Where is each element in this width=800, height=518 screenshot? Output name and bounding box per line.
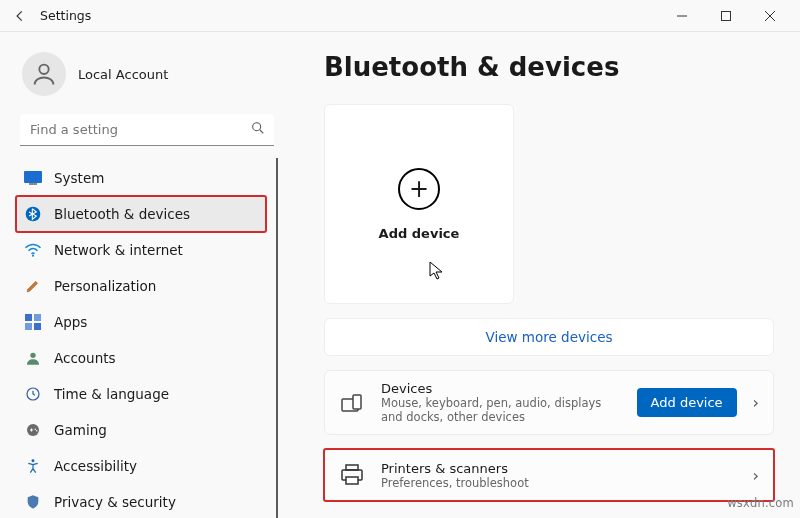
maximize-button[interactable] xyxy=(704,2,748,30)
sidebar-item-label: Time & language xyxy=(54,386,169,402)
printer-icon xyxy=(337,460,367,490)
tile-row: + Add device xyxy=(324,104,774,304)
devices-icon xyxy=(337,388,367,418)
accessibility-icon xyxy=(24,457,42,475)
svg-rect-10 xyxy=(34,314,41,321)
sidebar-item-apps[interactable]: Apps xyxy=(16,304,266,340)
profile-header[interactable]: Local Account xyxy=(16,46,278,114)
svg-point-2 xyxy=(39,65,48,74)
accounts-icon xyxy=(24,349,42,367)
sidebar-item-label: System xyxy=(54,170,104,186)
apps-icon xyxy=(24,313,42,331)
back-button[interactable] xyxy=(8,4,32,28)
person-icon xyxy=(30,60,58,88)
page-title: Bluetooth & devices xyxy=(324,52,774,82)
window-title: Settings xyxy=(40,8,91,23)
search-icon xyxy=(250,120,266,136)
svg-point-8 xyxy=(32,255,34,257)
profile-name: Local Account xyxy=(78,67,168,82)
sidebar-item-label: Personalization xyxy=(54,278,156,294)
sidebar-item-time[interactable]: Time & language xyxy=(16,376,266,412)
cursor-icon xyxy=(429,261,445,281)
search-input[interactable] xyxy=(20,114,274,146)
sidebar-item-label: Privacy & security xyxy=(54,494,176,510)
svg-rect-6 xyxy=(29,183,37,185)
shield-icon xyxy=(24,493,42,511)
maximize-icon xyxy=(721,11,731,21)
sidebar-item-label: Gaming xyxy=(54,422,107,438)
svg-rect-9 xyxy=(25,314,32,321)
svg-line-4 xyxy=(260,130,263,133)
sidebar-item-network[interactable]: Network & internet xyxy=(16,232,266,268)
sidebar-item-label: Accounts xyxy=(54,350,116,366)
svg-point-13 xyxy=(30,353,35,358)
minimize-icon xyxy=(677,11,687,21)
close-icon xyxy=(765,11,775,21)
card-subtitle: Preferences, troubleshoot xyxy=(381,476,737,490)
wifi-icon xyxy=(24,241,42,259)
arrow-left-icon xyxy=(13,9,27,23)
sidebar-item-label: Network & internet xyxy=(54,242,183,258)
main-content: Bluetooth & devices + Add device View mo… xyxy=(290,32,800,518)
svg-point-17 xyxy=(36,430,38,432)
sidebar-item-system[interactable]: System xyxy=(16,160,266,196)
paintbrush-icon xyxy=(24,277,42,295)
svg-point-3 xyxy=(253,123,261,131)
sidebar-item-label: Bluetooth & devices xyxy=(54,206,190,222)
sidebar-item-personalization[interactable]: Personalization xyxy=(16,268,266,304)
plus-icon: + xyxy=(398,168,440,210)
system-icon xyxy=(24,169,42,187)
sidebar-item-privacy[interactable]: Privacy & security xyxy=(16,484,266,518)
add-device-tile[interactable]: + Add device xyxy=(324,104,514,304)
add-device-button[interactable]: Add device xyxy=(637,388,737,417)
sidebar-item-accounts[interactable]: Accounts xyxy=(16,340,266,376)
search-container xyxy=(20,114,274,146)
svg-rect-11 xyxy=(25,323,32,330)
svg-rect-1 xyxy=(722,11,731,20)
add-device-caption: Add device xyxy=(379,226,460,241)
watermark-text: wsxdn.com xyxy=(727,496,794,510)
card-subtitle: Mouse, keyboard, pen, audio, displays an… xyxy=(381,396,623,424)
title-bar: Settings xyxy=(0,0,800,32)
avatar xyxy=(22,52,66,96)
svg-point-16 xyxy=(35,429,37,431)
window-controls xyxy=(660,2,792,30)
card-devices[interactable]: Devices Mouse, keyboard, pen, audio, dis… xyxy=(324,370,774,435)
view-more-label: View more devices xyxy=(486,329,613,345)
sidebar-item-gaming[interactable]: Gaming xyxy=(16,412,266,448)
sidebar-item-label: Accessibility xyxy=(54,458,137,474)
clock-icon xyxy=(24,385,42,403)
svg-rect-23 xyxy=(346,477,358,484)
card-title: Devices xyxy=(381,381,623,396)
chevron-right-icon: › xyxy=(751,466,761,485)
close-button[interactable] xyxy=(748,2,792,30)
minimize-button[interactable] xyxy=(660,2,704,30)
sidebar-item-label: Apps xyxy=(54,314,87,330)
svg-rect-5 xyxy=(24,171,42,183)
view-more-devices-button[interactable]: View more devices xyxy=(324,318,774,356)
card-title: Printers & scanners xyxy=(381,461,737,476)
sidebar-item-accessibility[interactable]: Accessibility xyxy=(16,448,266,484)
nav-list: System Bluetooth & devices Network & int… xyxy=(16,158,278,518)
svg-rect-20 xyxy=(353,395,361,409)
svg-point-18 xyxy=(32,459,35,462)
sidebar-item-bluetooth[interactable]: Bluetooth & devices xyxy=(16,196,266,232)
bluetooth-icon xyxy=(24,205,42,223)
svg-rect-12 xyxy=(34,323,41,330)
sidebar: Local Account System Bluetooth & devices xyxy=(0,32,290,518)
gaming-icon xyxy=(24,421,42,439)
card-printers[interactable]: Printers & scanners Preferences, trouble… xyxy=(324,449,774,501)
chevron-right-icon: › xyxy=(751,393,761,412)
